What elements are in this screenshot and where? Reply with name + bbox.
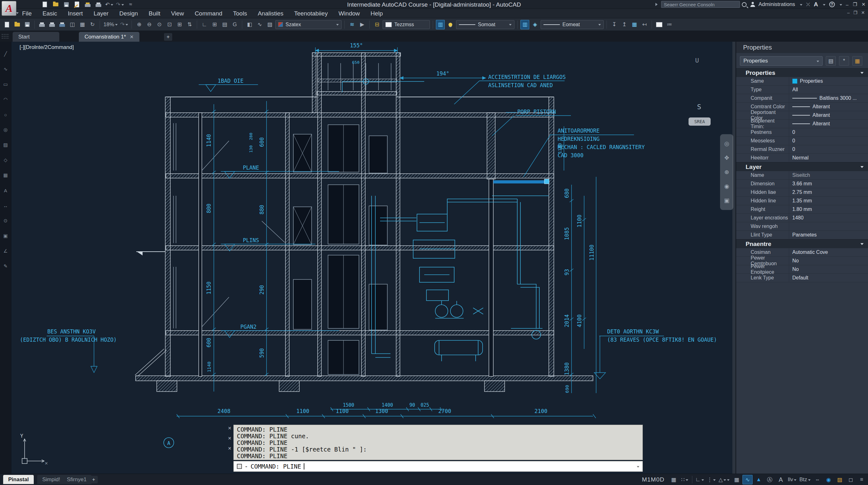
menu-built[interactable]: Built	[149, 10, 160, 17]
tab-drawing[interactable]: Comanstration 1* ✕	[79, 32, 140, 42]
property-row[interactable]: Wav rengoh	[736, 222, 868, 231]
property-row[interactable]: Lenk Type Default	[736, 274, 868, 282]
layout-tab-pinastal[interactable]: Pinastal	[3, 475, 34, 484]
command-input[interactable]: - COMMAND: PLINE	[234, 461, 643, 472]
command-history-caret-icon[interactable]	[637, 466, 639, 469]
linetype-combobox[interactable]: Eomeat	[540, 20, 604, 29]
menu-layer[interactable]: Layer	[94, 10, 109, 17]
command-history[interactable]: COMMAND: PLINE COMMAND: PLINE cune. COMM…	[234, 425, 643, 460]
print-button-2[interactable]	[48, 20, 57, 29]
style-combobox[interactable]: Szatex	[275, 20, 342, 29]
search-input[interactable]: Seaerr Gecnee Consoln	[661, 1, 740, 8]
ortho-angle-button[interactable]: ∟	[200, 20, 209, 29]
property-row[interactable]: Dimension 3.66 mm	[736, 180, 868, 188]
toggle-pin-button[interactable]: ▤	[826, 56, 836, 66]
isometric-toggle[interactable]: △	[718, 475, 731, 484]
property-row[interactable]: Type All	[736, 86, 868, 94]
property-row[interactable]: Hidden line 1.35 mm	[736, 197, 868, 205]
property-row[interactable]: Llint Type Parametes	[736, 231, 868, 239]
menu-design[interactable]: Design	[119, 10, 138, 17]
clipboard-button[interactable]: ◫	[68, 20, 76, 29]
restore-button[interactable]: ❐	[853, 2, 857, 7]
property-row[interactable]: Reight 1.80 mm	[736, 205, 868, 214]
arc-tool-icon[interactable]: ◠	[2, 96, 9, 103]
tab-close-icon[interactable]: ✕	[130, 34, 134, 40]
publish-button[interactable]: ▶	[358, 20, 367, 29]
user-avatar-icon[interactable]	[750, 2, 755, 7]
section-pnaentre[interactable]: Pnaentre	[736, 239, 868, 248]
property-row[interactable]: Name Siseitch	[736, 171, 868, 180]
quick-select-button[interactable]: *	[839, 56, 849, 66]
grip-handle[interactable]	[545, 179, 549, 184]
layer-combobox[interactable]: Somoat	[456, 20, 515, 29]
point-tool-icon[interactable]: ⊙	[2, 217, 9, 224]
user-caret-icon[interactable]	[800, 4, 802, 7]
selected-beam[interactable]	[493, 179, 549, 184]
doc-minimize-button[interactable]: –	[847, 10, 850, 15]
dim-style-pair-button[interactable]: ⊟	[372, 20, 381, 29]
pan-vertical-button[interactable]: ⇅	[185, 20, 194, 29]
layer-properties-toggle[interactable]: ▥	[436, 20, 445, 29]
align-left-button[interactable]: ↧	[610, 20, 619, 29]
group-button[interactable]: G	[230, 20, 239, 29]
layout-tab-sfirnye[interactable]: Sfirnye1	[62, 475, 91, 484]
line-tool-icon[interactable]: ╱	[2, 51, 9, 57]
app-logo-icon[interactable]: A	[2, 1, 17, 16]
workspace-dropdown[interactable]: Btz	[798, 475, 811, 484]
layer-bulb-toggle[interactable]	[446, 20, 455, 29]
menu-tools[interactable]: Tools	[233, 10, 247, 17]
select-objects-button[interactable]: ▦	[852, 56, 862, 66]
object-snap-grid-toggle[interactable]: ▦	[732, 475, 742, 484]
ortho-toggle[interactable]: ∟	[694, 475, 705, 484]
gradient-button[interactable]: ▨	[265, 20, 274, 29]
rotate-button[interactable]: ↻	[88, 20, 97, 29]
zoom-previous-button[interactable]: ⊖	[145, 20, 154, 29]
help-icon[interactable]: ?	[829, 2, 835, 7]
new-tab-button[interactable]: +	[164, 33, 172, 41]
linetype-manager-toggle[interactable]: ▥	[520, 20, 529, 29]
property-row[interactable]: Same Properties	[736, 77, 868, 86]
print-preview-button[interactable]	[58, 20, 67, 29]
new-layout-button[interactable]: +	[90, 476, 98, 483]
customize-button[interactable]: ≈	[127, 1, 134, 8]
toolbar-grip-icon[interactable]	[1, 33, 9, 39]
transparency-toggle[interactable]: ▲	[753, 475, 764, 484]
menu-easic[interactable]: Easic	[42, 10, 57, 17]
menu-analisties[interactable]: Analisties	[258, 10, 283, 17]
doc-close-button[interactable]: ✕	[861, 10, 865, 15]
region-tool-icon[interactable]: ▣	[2, 232, 9, 239]
dimension-style-combobox[interactable]: Tezzmss	[382, 20, 430, 29]
canvas-scrollbar[interactable]	[733, 42, 736, 474]
undo-button[interactable]: ↶	[105, 1, 113, 8]
zoom-window-button[interactable]: ⊡	[165, 20, 174, 29]
open-drawing-button[interactable]	[12, 20, 22, 29]
help-caret-icon[interactable]	[840, 4, 842, 7]
menu-window[interactable]: Window	[338, 10, 360, 17]
property-row[interactable]: Hidden liae 2.75 mm	[736, 188, 868, 197]
font-caret-icon[interactable]	[823, 4, 826, 7]
search-icon[interactable]	[742, 2, 747, 7]
rectangle-tool-icon[interactable]: ▭	[2, 81, 9, 88]
zoom-realtime-button[interactable]: ⊙	[155, 20, 164, 29]
property-row[interactable]: Meoseless 0	[736, 137, 868, 145]
grid-snap-button[interactable]: ▦	[78, 20, 87, 29]
signed-in-user[interactable]: Administrations	[758, 1, 795, 7]
paint-button[interactable]: ◧	[245, 20, 254, 29]
menu-file[interactable]: File	[22, 10, 32, 17]
map-toggle[interactable]: ▨	[835, 475, 845, 484]
menu-view[interactable]: View	[171, 10, 184, 17]
redo-button[interactable]: ↷	[116, 1, 124, 8]
material-button[interactable]: ◈	[530, 20, 539, 29]
circle-tool-icon[interactable]: ○	[2, 111, 9, 118]
block-tool-icon[interactable]: ◇	[2, 156, 9, 164]
lineweight-toggle[interactable]: ∿	[742, 475, 752, 484]
zoom-icon[interactable]: ⊕	[724, 169, 729, 176]
hatch-tool-icon[interactable]: ▨	[2, 141, 9, 148]
dimension-tool-icon[interactable]: ↔	[2, 202, 9, 209]
section-layer[interactable]: Layer	[736, 162, 868, 171]
block-library-button[interactable]: ▤	[220, 20, 229, 29]
close-button[interactable]: ✕	[861, 2, 866, 7]
tab-start[interactable]: Start	[12, 32, 59, 42]
clean-screen-toggle[interactable]: ◻	[846, 475, 856, 484]
match-properties-button[interactable]: ≋	[348, 20, 356, 29]
